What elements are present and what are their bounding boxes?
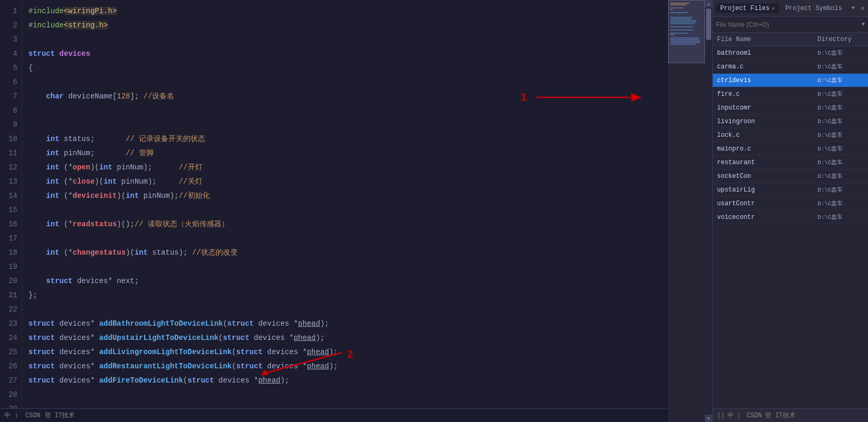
file-dir: D:\C盘车 — [815, 172, 868, 180]
col-header-dir: Directory — [815, 36, 868, 43]
code-container: 12345 678910 1112131415 1617181920 21222… — [0, 0, 668, 408]
panel-status-csdn: CSDN — [746, 412, 762, 419]
file-row-selected[interactable]: ctrldevis D:\C盘车 — [713, 74, 868, 87]
right-panel: ▲ ▼ Project Files ✕ Project Symbols ▼ ✕ … — [668, 0, 868, 422]
code-editor[interactable]: #include<wiringPi.h> #include<string.h> … — [22, 0, 668, 408]
file-name: fire.c — [713, 91, 815, 98]
file-dir: D:\C盘车 — [815, 76, 868, 84]
file-name: voicecontr — [713, 214, 815, 221]
tab-project-files-label: Project Files — [720, 5, 770, 12]
file-panel-tabs: Project Files ✕ Project Symbols ▼ ✕ — [713, 0, 868, 17]
file-table-header: File Name Directory — [713, 33, 868, 46]
file-name: livingroon — [713, 118, 815, 125]
file-row[interactable]: inputcomr D:\C盘车 — [713, 101, 868, 115]
file-name: inputcomr — [713, 104, 815, 112]
file-dir: D:\C盘车 — [815, 158, 868, 166]
file-row[interactable]: mainpro.c D:\C盘车 — [713, 142, 868, 156]
file-dir: D:\C盘车 — [815, 63, 868, 71]
file-row[interactable]: lock.c D:\C盘车 — [713, 128, 868, 142]
file-list: bathrooml D:\C盘车 carma.c D:\C盘车 ctrldevi… — [713, 46, 868, 408]
file-dir: D:\C盘车 — [815, 49, 868, 57]
scroll-up-button[interactable]: ▲ — [705, 0, 712, 7]
file-name: upstairLig — [713, 186, 815, 194]
file-search-dropdown[interactable]: ▼ — [862, 22, 865, 27]
file-search-input[interactable] — [716, 21, 862, 28]
file-name: restaurant — [713, 159, 815, 166]
file-row[interactable]: carma.c D:\C盘车 — [713, 60, 868, 74]
panel-status-lang: 中 — [728, 411, 734, 420]
file-name: bathrooml — [713, 49, 815, 57]
tab-project-files-close[interactable]: ✕ — [772, 5, 775, 12]
col-header-name: File Name — [713, 36, 815, 43]
panel-status-extra: 登 IT技术 — [765, 411, 795, 420]
file-row[interactable]: usartContr D:\C盘车 — [713, 197, 868, 210]
file-row[interactable]: fire.c D:\C盘车 — [713, 87, 868, 101]
minimap-content — [668, 0, 705, 47]
status-item: 登 IT技术 — [45, 411, 75, 420]
file-name: mainpro.c — [713, 145, 815, 153]
file-name: ctrldevis — [713, 77, 815, 84]
status-item: CSDN — [25, 412, 41, 419]
line-numbers: 12345 678910 1112131415 1617181920 21222… — [0, 0, 22, 408]
file-dir: D:\C盘车 — [815, 213, 868, 221]
file-row[interactable]: voicecontr D:\C盘车 — [713, 210, 868, 224]
tab-dropdown-arrow[interactable]: ▼ — [852, 5, 855, 11]
tab-panel-close[interactable]: ✕ — [861, 4, 865, 13]
status-bar: 中 ） CSDN 登 IT技术 — [0, 408, 668, 422]
file-dir: D:\C盘车 — [815, 199, 868, 207]
scroll-thumb[interactable] — [706, 8, 711, 40]
tab-project-files[interactable]: Project Files ✕ — [716, 4, 779, 13]
file-row[interactable]: restaurant D:\C盘车 — [713, 156, 868, 169]
panel-status-divider: || — [717, 412, 724, 419]
file-row[interactable]: bathrooml D:\C盘车 — [713, 46, 868, 60]
file-name: usartContr — [713, 200, 815, 207]
file-dir: D:\C盘车 — [815, 90, 868, 98]
file-name: carma.c — [713, 63, 815, 71]
file-dir: D:\C盘车 — [815, 186, 868, 194]
tab-project-symbols[interactable]: Project Symbols — [781, 4, 846, 13]
minimap — [668, 0, 705, 422]
file-row[interactable]: livingroon D:\C盘车 — [713, 115, 868, 128]
status-item: ） — [15, 411, 21, 420]
file-dir: D:\C盘车 — [815, 145, 868, 153]
tab-project-symbols-label: Project Symbols — [785, 5, 842, 12]
file-dir: D:\C盘车 — [815, 117, 868, 125]
file-row[interactable]: socketCon D:\C盘车 — [713, 169, 868, 183]
file-row[interactable]: upstairLig D:\C盘车 — [713, 183, 868, 197]
panel-status-paren: ） — [737, 411, 743, 420]
status-item: 中 — [4, 411, 11, 420]
scrollbar[interactable]: ▲ ▼ — [705, 0, 712, 422]
editor-area: 12345 678910 1112131415 1617181920 21222… — [0, 0, 668, 422]
file-panel: Project Files ✕ Project Symbols ▼ ✕ ▼ Fi… — [712, 0, 868, 422]
file-name: socketCon — [713, 173, 815, 180]
scroll-down-button[interactable]: ▼ — [705, 415, 712, 422]
file-name: lock.c — [713, 132, 815, 139]
file-dir: D:\C盘车 — [815, 131, 868, 139]
file-dir: D:\C盘车 — [815, 104, 868, 112]
file-search-bar: ▼ — [713, 17, 868, 33]
panel-status-bar: || 中 ） CSDN 登 IT技术 — [713, 408, 868, 422]
